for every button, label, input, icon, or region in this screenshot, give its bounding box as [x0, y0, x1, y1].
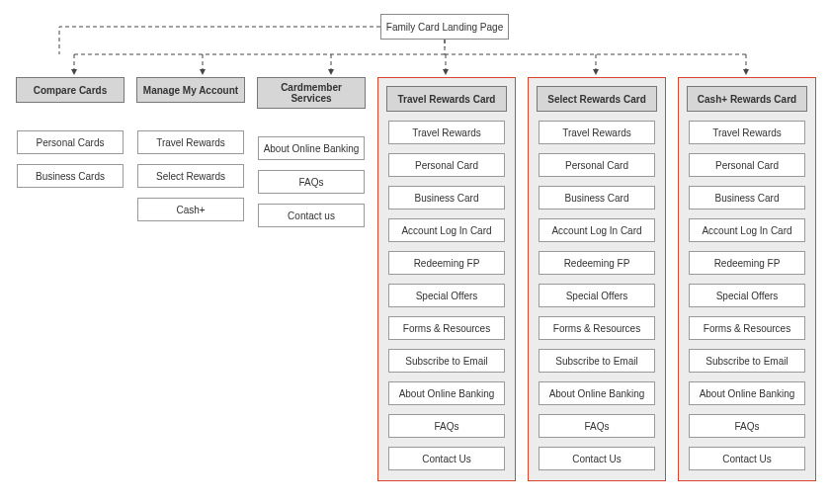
sitemap-item: Personal Card [539, 153, 655, 177]
sitemap-item: Subscribe to Email [689, 349, 805, 373]
sitemap-item-label: Redeeming FP [564, 258, 630, 269]
sitemap-item-label: Personal Card [565, 160, 628, 171]
sitemap-item: FAQs [539, 414, 655, 438]
sitemap-item-label: Travel Rewards [712, 127, 782, 138]
column-select-rewards-card: Select Rewards CardTravel RewardsPersona… [528, 77, 666, 481]
column-header-label: Travel Rewards Card [398, 94, 496, 105]
column-header-compare-cards: Compare Cards [16, 77, 124, 103]
sitemap-item: Select Rewards [137, 164, 244, 188]
column-header-manage-my-account: Manage My Account [136, 77, 245, 103]
sitemap-item-label: Subscribe to Email [706, 356, 788, 367]
sitemap-item-label: Forms & Resources [403, 323, 490, 334]
column-travel-rewards-card: Travel Rewards CardTravel RewardsPersona… [377, 77, 516, 481]
sitemap-item-label: Select Rewards [156, 171, 225, 182]
sitemap-item-label: FAQs [298, 177, 323, 188]
column-cash-plus-rewards-card: Cash+ Rewards CardTravel RewardsPersonal… [678, 77, 816, 481]
sitemap-item: Cash+ [137, 198, 244, 221]
sitemap-item-label: Account Log In Card [702, 225, 791, 236]
sitemap-item: FAQs [388, 414, 505, 438]
column-manage-my-account: Manage My AccountTravel RewardsSelect Re… [136, 77, 245, 221]
sitemap-item-label: Personal Card [415, 160, 478, 171]
column-header-label: Select Rewards Card [547, 94, 646, 105]
columns-container: Compare CardsPersonal CardsBusiness Card… [16, 77, 814, 481]
sitemap-item: Contact us [258, 204, 365, 227]
sitemap-item-label: Redeeming FP [714, 258, 781, 269]
sitemap-item: About Online Banking [689, 381, 805, 405]
sitemap-item-label: About Online Banking [549, 388, 645, 399]
sitemap-item: Personal Cards [17, 130, 124, 154]
sitemap-item-label: Business Cards [36, 171, 105, 182]
sitemap-item: Contact Us [388, 447, 505, 470]
column-header-label: Cash+ Rewards Card [698, 94, 796, 105]
sitemap-item-label: Personal Card [715, 160, 779, 171]
root-node: Family Card Landing Page [380, 14, 509, 40]
sitemap-item: Subscribe to Email [388, 349, 505, 373]
sitemap-item: Forms & Resources [539, 316, 655, 340]
sitemap-item-label: Contact us [288, 210, 335, 221]
sitemap-item: Forms & Resources [388, 316, 505, 340]
sitemap-item: About Online Banking [539, 381, 655, 405]
sitemap-item-label: Contact Us [722, 454, 771, 464]
column-header-select-rewards-card: Select Rewards Card [537, 86, 657, 112]
sitemap-item: Travel Rewards [539, 121, 655, 144]
sitemap-item-label: Forms & Resources [553, 323, 640, 334]
column-compare-cards: Compare CardsPersonal CardsBusiness Card… [16, 77, 124, 188]
sitemap-item-label: Subscribe to Email [405, 356, 487, 367]
sitemap-item-label: Forms & Resources [704, 323, 790, 334]
sitemap-item-label: Special Offers [416, 291, 478, 301]
sitemap-item-label: Travel Rewards [412, 127, 481, 138]
sitemap-item: Business Card [539, 186, 655, 210]
sitemap-item: Travel Rewards [388, 121, 505, 144]
sitemap-item-label: FAQs [434, 421, 458, 432]
sitemap-item: Redeeming FP [689, 251, 805, 275]
sitemap-item-label: FAQs [734, 421, 759, 432]
sitemap-item-label: Special Offers [716, 291, 779, 301]
sitemap-item-label: About Online Banking [700, 388, 795, 399]
sitemap-item-label: Cash+ [176, 205, 205, 215]
sitemap-item: Contact Us [689, 447, 805, 470]
sitemap-item: Special Offers [539, 284, 655, 307]
sitemap-item: Account Log In Card [388, 218, 505, 242]
column-header-label: Manage My Account [143, 85, 238, 96]
sitemap-item-label: Travel Rewards [156, 137, 225, 148]
sitemap-item-label: Redeeming FP [414, 258, 480, 269]
sitemap-item: FAQs [258, 170, 365, 194]
sitemap-item-label: About Online Banking [264, 143, 360, 154]
column-header-cardmember-services: Cardmember Services [257, 77, 366, 109]
sitemap-item: Travel Rewards [137, 130, 244, 154]
sitemap-item: About Online Banking [258, 136, 365, 160]
root-node-label: Family Card Landing Page [386, 22, 503, 33]
sitemap-item: Account Log In Card [689, 218, 805, 242]
sitemap-item: Personal Card [388, 153, 505, 177]
column-header-label: Compare Cards [34, 85, 107, 96]
sitemap-item: Personal Card [689, 153, 805, 177]
sitemap-item: Business Cards [17, 164, 124, 188]
sitemap-item-label: Account Log In Card [551, 225, 641, 236]
sitemap-item-label: FAQs [584, 421, 609, 432]
sitemap-item-label: Contact Us [422, 454, 470, 464]
sitemap-item-label: Travel Rewards [562, 127, 631, 138]
column-header-label: Cardmember Services [260, 82, 363, 104]
sitemap-item-label: Business Card [414, 193, 478, 204]
sitemap-item-label: Subscribe to Email [555, 356, 637, 367]
sitemap-item: Redeeming FP [388, 251, 505, 275]
sitemap-item-label: Personal Cards [37, 137, 105, 148]
sitemap-item-label: Business Card [564, 193, 628, 204]
sitemap-item-label: About Online Banking [399, 388, 495, 399]
sitemap-item: Business Card [388, 186, 505, 210]
sitemap-item: About Online Banking [388, 381, 505, 405]
sitemap-item: Special Offers [689, 284, 805, 307]
sitemap-item: Forms & Resources [689, 316, 805, 340]
sitemap-item: Contact Us [539, 447, 655, 470]
sitemap-item-label: Account Log In Card [401, 225, 491, 236]
sitemap-item: Redeeming FP [539, 251, 655, 275]
sitemap-item-label: Business Card [714, 193, 779, 204]
sitemap-item-label: Contact Us [572, 454, 621, 464]
sitemap-item: Travel Rewards [689, 121, 805, 144]
sitemap-item: Business Card [689, 186, 805, 210]
column-header-cash-plus-rewards-card: Cash+ Rewards Card [687, 86, 807, 112]
sitemap-item: Special Offers [388, 284, 505, 307]
sitemap-item-label: Special Offers [566, 291, 628, 301]
sitemap-item: FAQs [689, 414, 805, 438]
sitemap-item: Subscribe to Email [539, 349, 655, 373]
